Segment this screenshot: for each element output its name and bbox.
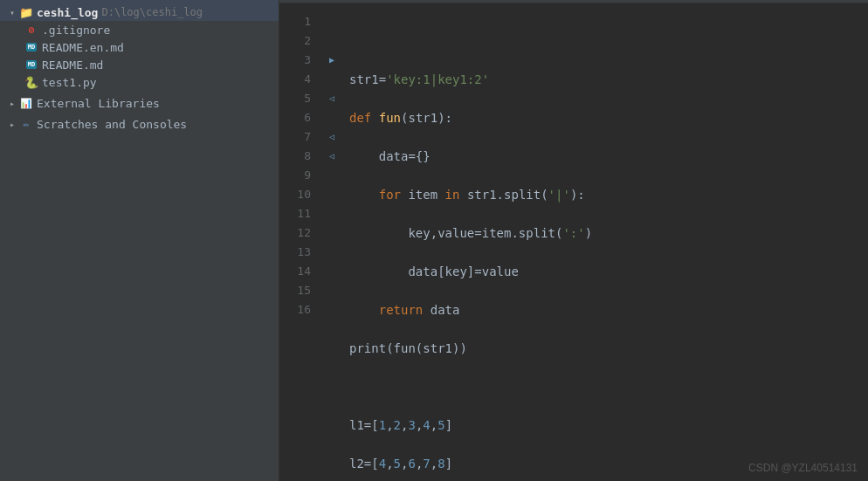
gutter: ▶ ◁ ◁ ◁ [323, 3, 341, 481]
gitignore-label: .gitignore [42, 24, 110, 37]
sidebar: 📁 ceshi_log D:\log\ceshi_log ⊘ .gitignor… [0, 0, 279, 481]
code-line-4: data={} [349, 147, 868, 166]
ext-lib-arrow[interactable] [5, 96, 19, 110]
folder-icon: 📁 [19, 5, 33, 19]
editor-area: 1 2 3 4 5 6 7 8 9 10 11 12 13 14 15 16 [279, 0, 868, 481]
line-numbers: 1 2 3 4 5 6 7 8 9 10 11 12 13 14 15 16 [279, 3, 323, 481]
code-line-1 [349, 31, 868, 51]
code-line-3: def fun(str1): [349, 108, 868, 127]
readme-en-icon: MD [24, 40, 38, 54]
sidebar-item-external-libraries[interactable]: 📊 External Libraries [0, 91, 279, 112]
gutter-7: ◁ [329, 127, 334, 147]
sidebar-item-gitignore[interactable]: ⊘ .gitignore [0, 21, 279, 38]
sidebar-item-readme[interactable]: MD README.md [0, 56, 279, 73]
code-line-8: return data [349, 300, 868, 320]
code-line-5: for item in str1.split('|'): [349, 185, 868, 204]
ext-lib-icon: 📊 [19, 96, 33, 110]
root-folder-path: D:\log\ceshi_log [101, 6, 203, 18]
scratches-arrow[interactable] [5, 117, 19, 131]
readme-label: README.md [42, 58, 103, 72]
code-line-7: data[key]=value [349, 262, 868, 281]
code-line-9: print(fun(str1)) [349, 339, 868, 358]
gutter-3: ▶ [329, 51, 334, 70]
readme-icon: MD [24, 58, 38, 72]
gutter-5: ◁ [329, 89, 334, 108]
sidebar-item-test1py[interactable]: 🐍 test1.py [0, 73, 279, 91]
code-line-10 [349, 377, 868, 396]
scratches-icon: ✏ [19, 117, 33, 131]
code-line-2: str1='key:1|key1:2' [349, 70, 868, 89]
root-folder-name: ceshi_log [37, 6, 98, 19]
code-line-6: key,value=item.split(':') [349, 223, 868, 243]
watermark: CSDN @YZL40514131 [748, 462, 858, 474]
root-expand-arrow[interactable] [5, 5, 19, 19]
readme-en-label: README.en.md [42, 41, 124, 54]
scratches-label: Scratches and Consoles [37, 118, 187, 131]
sidebar-item-scratches-consoles[interactable]: ✏ Scratches and Consoles [0, 112, 279, 133]
code-line-11: l1=[1,2,3,4,5] [349, 416, 868, 435]
code-container[interactable]: 1 2 3 4 5 6 7 8 9 10 11 12 13 14 15 16 [279, 3, 868, 481]
py-icon: 🐍 [24, 75, 38, 89]
gitignore-icon: ⊘ [24, 23, 38, 37]
gutter-8: ◁ [329, 147, 334, 166]
code-editor[interactable]: str1='key:1|key1:2' def fun(str1): data=… [341, 3, 868, 481]
test1py-label: test1.py [42, 76, 97, 89]
editor-wrapper: 1 2 3 4 5 6 7 8 9 10 11 12 13 14 15 16 [279, 3, 868, 481]
ext-lib-label: External Libraries [37, 97, 160, 110]
sidebar-root-item[interactable]: 📁 ceshi_log D:\log\ceshi_log [0, 0, 279, 21]
sidebar-item-readme-en[interactable]: MD README.en.md [0, 38, 279, 56]
